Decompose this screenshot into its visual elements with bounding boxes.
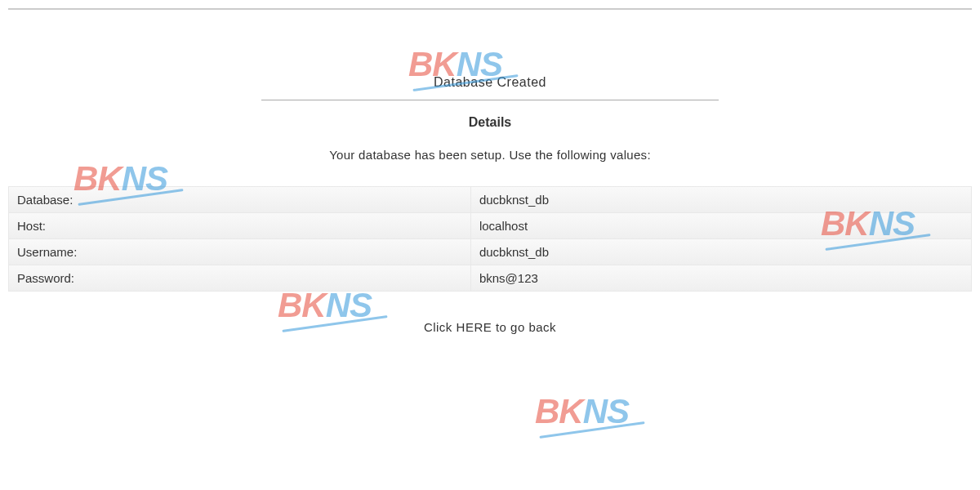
back-link[interactable]: HERE [457, 320, 492, 334]
table-row: Password: bkns@123 [9, 265, 972, 292]
page-container: Database Created Details Your database h… [0, 0, 980, 342]
top-border [8, 8, 972, 10]
divider [261, 100, 719, 100]
details-table: Database: ducbknst_db Host: localhost Us… [8, 186, 972, 292]
table-row: Username: ducbknst_db [9, 239, 972, 265]
label-password: Password: [9, 265, 471, 292]
table-row: Host: localhost [9, 213, 972, 239]
value-password: bkns@123 [470, 265, 971, 292]
label-database: Database: [9, 187, 471, 213]
back-prefix: Click [424, 320, 457, 334]
value-username: ducbknst_db [470, 239, 971, 265]
details-heading: Details [8, 115, 972, 130]
value-database: ducbknst_db [470, 187, 971, 213]
back-suffix: to go back [492, 320, 556, 334]
value-host: localhost [470, 213, 971, 239]
status-text: Database Created [8, 75, 972, 90]
label-username: Username: [9, 239, 471, 265]
label-host: Host: [9, 213, 471, 239]
setup-message: Your database has been setup. Use the fo… [8, 148, 972, 162]
table-row: Database: ducbknst_db [9, 187, 972, 213]
watermark-logo: BKNS [535, 392, 629, 431]
back-link-row: Click HERE to go back [8, 320, 972, 334]
